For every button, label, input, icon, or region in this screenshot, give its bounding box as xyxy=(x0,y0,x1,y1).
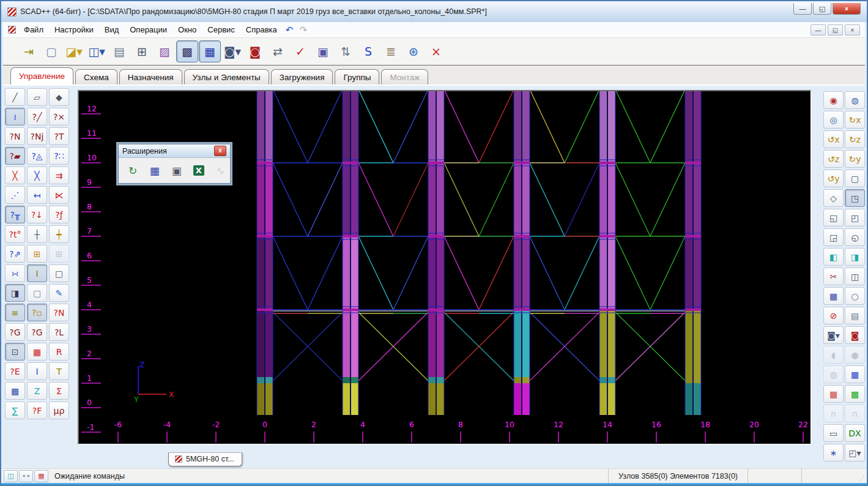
node-info-button[interactable]: ?× xyxy=(49,108,69,125)
rod-element-button[interactable]: ╱ xyxy=(5,88,25,106)
redo-icon[interactable]: ↷ xyxy=(296,24,310,36)
zoom-off-button[interactable]: ⊘ xyxy=(823,307,844,324)
flow-analysis-button[interactable]: ⇅ xyxy=(335,40,357,62)
sum-grid-button[interactable]: Σ xyxy=(49,382,69,400)
node-display-button[interactable]: ∘∘ xyxy=(19,470,33,482)
ibeam-section-button[interactable]: I xyxy=(27,362,47,380)
sum-nodes-button[interactable]: ∑ xyxy=(5,402,25,419)
grid-scheme-button[interactable]: ▩ xyxy=(176,40,198,62)
polyline-tool-button[interactable]: ∿ xyxy=(212,162,229,179)
rotate-y-button[interactable]: ↻y xyxy=(845,150,865,168)
cube-axes-button[interactable]: ▢ xyxy=(845,170,865,187)
rotate-model-button[interactable]: ◉ xyxy=(823,91,844,109)
menu-settings[interactable]: Настройки xyxy=(49,23,99,36)
html-snapshot-button[interactable]: ◙ xyxy=(845,326,865,344)
multi-window-button[interactable]: ◫ xyxy=(845,267,865,285)
mdi-close-button[interactable]: × xyxy=(845,24,860,36)
table-view-button[interactable]: ▦ xyxy=(199,40,221,62)
project-tree-button[interactable]: ⊞ xyxy=(131,40,153,62)
tab-assignments[interactable]: Назначения xyxy=(119,69,182,84)
fragment-node-button[interactable]: ?▫ xyxy=(27,304,47,321)
face-select-button[interactable]: ◧ xyxy=(823,248,844,266)
orbit-tool-button[interactable]: ● xyxy=(845,346,865,364)
lock-elements-button[interactable]: ∩ xyxy=(845,405,865,422)
mdi-minimize-button[interactable]: — xyxy=(811,24,826,36)
cube-vertex-button[interactable]: ◲ xyxy=(823,228,844,246)
solid-element-button[interactable]: ◆ xyxy=(49,88,69,106)
print-view-button[interactable]: ▤ xyxy=(845,307,865,324)
elements-e-button[interactable]: ?E xyxy=(5,362,25,380)
menu-window[interactable]: Окно xyxy=(172,23,202,36)
open-project-button[interactable]: ◪▾ xyxy=(63,40,85,62)
delete-results-button[interactable]: × xyxy=(425,40,447,62)
documentation-button[interactable]: ≣ xyxy=(380,40,402,62)
rigid-insert-button[interactable]: ?▰ xyxy=(5,147,25,165)
layers-button[interactable]: ≡ xyxy=(5,304,25,321)
menu-operations[interactable]: Операции xyxy=(124,23,172,36)
tab-control[interactable]: Управление xyxy=(10,67,73,84)
move-grid-button[interactable]: ⊞ xyxy=(27,245,47,263)
view-top-button[interactable]: ◱ xyxy=(823,209,844,226)
truss-generator-button[interactable]: ⋉ xyxy=(49,186,69,204)
node-numbers-button[interactable]: ▦ xyxy=(845,365,865,383)
menu-file[interactable]: Файл xyxy=(18,23,49,36)
spin-globe-button[interactable]: ◎ xyxy=(823,111,844,129)
split-nodes-button[interactable]: ╳ xyxy=(27,166,47,184)
fragment-grid-button[interactable]: ▦ xyxy=(823,287,844,305)
excel-export-button[interactable]: X xyxy=(190,162,207,179)
save-view-button[interactable]: ◰▾ xyxy=(845,444,865,462)
tbeam-section-button[interactable]: T xyxy=(49,362,69,380)
wire-cube-button[interactable]: ▢ xyxy=(27,284,47,302)
spray-select-button[interactable]: ∗ xyxy=(823,444,844,462)
view-mode-button[interactable]: ◫ xyxy=(4,470,18,482)
results-monitor-button[interactable]: ▣ xyxy=(312,40,334,62)
blocks-assembly-button[interactable]: ▩ xyxy=(5,382,25,400)
tab-nodes-elements[interactable]: Узлы и Элементы xyxy=(184,69,269,84)
node-group-button[interactable]: ?∷ xyxy=(49,147,69,165)
check-model-button[interactable]: ✓ xyxy=(289,40,311,62)
tab-scheme[interactable]: Схема xyxy=(75,69,117,84)
plate-element-button[interactable]: ▱ xyxy=(27,88,47,106)
undo-icon[interactable]: ↶ xyxy=(283,24,297,36)
node-nj-button[interactable]: ?Nj xyxy=(27,127,47,145)
temperature-load-button[interactable]: ?t° xyxy=(5,225,25,243)
grid-elements-button[interactable]: ▦ xyxy=(27,343,47,361)
palette-close-icon[interactable]: x xyxy=(214,146,226,156)
merge-nodes-button[interactable]: ╳ xyxy=(5,166,25,184)
rotate-z-reverse-button[interactable]: ↺z xyxy=(823,150,844,168)
print-button[interactable]: ▤ xyxy=(108,40,130,62)
copy-grid-button[interactable]: ⊞ xyxy=(49,245,69,263)
mdi-restore-button[interactable]: ◱ xyxy=(828,24,843,36)
support-node-button[interactable]: ?◬ xyxy=(27,147,47,165)
resize-grip[interactable]: ⋰ xyxy=(855,469,867,483)
tab-montage[interactable]: Монтаж xyxy=(381,69,428,84)
grid-lines-button[interactable]: ▦ xyxy=(823,385,844,403)
force-load-button[interactable]: ?ƒ xyxy=(49,206,69,223)
group-g1-button[interactable]: ?G xyxy=(5,323,25,341)
magnifier-button[interactable]: ○ xyxy=(845,287,865,305)
save-project-button[interactable]: ◫▾ xyxy=(86,40,108,62)
view-xyz-button[interactable]: ◇ xyxy=(823,189,844,207)
cut-fragment-button[interactable]: ✂ xyxy=(823,267,844,285)
frame-fragment-button[interactable]: ⊡ xyxy=(5,343,25,361)
document-tab[interactable]: 5MGH-80 ст... xyxy=(168,452,242,466)
rotate-globe-button[interactable]: ◍ xyxy=(845,91,865,109)
concrete-mixer-button[interactable]: ▣ xyxy=(168,162,185,179)
export-scheme-button[interactable]: ⇄ xyxy=(267,40,289,62)
restore-button[interactable]: ◱ xyxy=(813,3,831,15)
local-axes-button[interactable]: ?⇗ xyxy=(5,245,25,263)
element-n-button[interactable]: ?N xyxy=(49,304,69,321)
scheme-edit-button[interactable]: ▨ xyxy=(154,40,176,62)
result-diagram-button[interactable]: R xyxy=(49,343,69,361)
refresh-extension-button[interactable]: ↻ xyxy=(124,162,141,179)
calculation-button[interactable]: S xyxy=(357,40,379,62)
exit-button[interactable]: ⇥ xyxy=(18,40,40,62)
lock-nodes-button[interactable]: ∩ xyxy=(823,405,844,422)
menu-help[interactable]: Справка xyxy=(240,23,283,36)
palette-title-bar[interactable]: Расширения x xyxy=(119,144,230,158)
snapshot-view-button[interactable]: ◙▾ xyxy=(823,326,844,344)
tab-loadings[interactable]: Загружения xyxy=(271,69,333,84)
section-profile-button[interactable]: I xyxy=(27,264,47,282)
spring-element-button[interactable]: ≀ xyxy=(5,108,25,125)
grid-snap-button[interactable]: ▩ xyxy=(845,385,865,403)
